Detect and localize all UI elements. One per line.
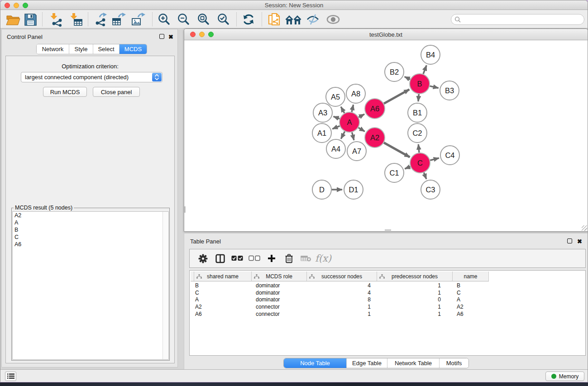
resize-grip[interactable] — [582, 225, 587, 231]
cell-predecessor[interactable]: 1 — [377, 282, 453, 289]
column-header-predecessor-nodes[interactable]: predecessor nodes — [377, 272, 453, 281]
save-session-button[interactable] — [22, 12, 38, 27]
tab-network[interactable]: Network — [37, 44, 69, 54]
network-canvas[interactable]: AA1A2A3A4A5A6A7A8BB1B2B3B4CC1C2C3C4DD1 — [184, 41, 588, 231]
tab-select[interactable]: Select — [93, 44, 120, 54]
mcds-result-item[interactable]: A2 — [13, 212, 168, 219]
close-panel-button[interactable]: Close panel — [93, 87, 140, 97]
table-row[interactable]: Bdominator41B — [191, 282, 489, 289]
deselect-all-button[interactable] — [246, 249, 263, 267]
column-header-shared-name[interactable]: shared name — [194, 272, 252, 281]
graph-edge-B-B2[interactable] — [405, 77, 410, 80]
vertical-scroll-indicator[interactable] — [184, 206, 186, 213]
zoom-selected-button[interactable] — [215, 12, 231, 27]
graph-edge-A-A4[interactable] — [341, 132, 344, 139]
open-session-button[interactable] — [5, 12, 21, 27]
cell-successor[interactable]: 4 — [307, 290, 377, 296]
column-header-successor-nodes[interactable]: successor nodes — [307, 272, 377, 281]
cell-predecessor[interactable]: 1 — [377, 304, 453, 310]
import-table-button[interactable] — [67, 12, 84, 27]
float-panel-icon[interactable] — [567, 238, 572, 243]
close-panel-icon[interactable]: ✖ — [577, 239, 582, 244]
home-button[interactable] — [285, 12, 301, 27]
graph-edge-A-A8[interactable] — [352, 105, 354, 112]
horizontal-scroll-indicator[interactable] — [385, 229, 391, 231]
run-mcds-button[interactable]: Run MCDS — [43, 87, 87, 97]
cell-name[interactable]: A — [453, 296, 489, 303]
show-all-button[interactable] — [325, 12, 341, 27]
zoom-in-button[interactable] — [156, 12, 172, 27]
cell-shared-name[interactable]: A2 — [191, 304, 252, 310]
cell-successor[interactable]: 1 — [307, 304, 377, 310]
cell-mcds-role[interactable]: dominator — [252, 290, 307, 296]
add-column-button[interactable] — [263, 249, 280, 267]
export-image-button[interactable] — [130, 12, 146, 27]
tab-mcds[interactable]: MCDS — [120, 44, 147, 54]
mcds-result-item[interactable]: A6 — [13, 241, 168, 248]
import-network-button[interactable] — [48, 12, 64, 27]
graph-edge-A-A6[interactable] — [359, 114, 364, 117]
cell-shared-name[interactable]: A — [191, 296, 252, 303]
cell-mcds-role[interactable]: dominator — [252, 282, 307, 289]
cell-mcds-role[interactable]: dominator — [252, 296, 307, 303]
hide-selected-button[interactable] — [305, 12, 321, 27]
graph-edge-B-B3[interactable] — [430, 86, 438, 88]
cell-shared-name[interactable]: C — [191, 290, 252, 296]
cell-predecessor[interactable]: 1 — [377, 290, 453, 296]
refresh-button[interactable] — [240, 12, 257, 27]
cell-mcds-role[interactable]: connector — [252, 304, 307, 310]
cell-successor[interactable]: 4 — [307, 282, 377, 289]
graph-edge-C-C2[interactable] — [418, 144, 419, 152]
optimization-criterion-select[interactable]: largest connected component (directed) — [21, 72, 163, 82]
graph-edge-C-C3[interactable] — [424, 172, 426, 179]
show-columns-button[interactable] — [211, 249, 229, 267]
table-settings-button[interactable] — [194, 249, 211, 267]
graph-edge-A-A5[interactable] — [341, 107, 344, 113]
export-table-button[interactable] — [110, 12, 127, 27]
graph-edge-C-C4[interactable] — [430, 158, 439, 160]
tab-style[interactable]: Style — [69, 44, 93, 54]
graph-edge-A-A1[interactable] — [332, 126, 339, 129]
table-row[interactable]: A6connector11A6 — [191, 310, 489, 318]
delete-column-button[interactable] — [280, 249, 297, 267]
cell-predecessor[interactable]: 0 — [377, 296, 453, 303]
mcds-result-item[interactable]: B — [13, 226, 168, 234]
tab-node-table[interactable]: Node Table — [284, 358, 347, 368]
graph-edge-B-B4[interactable] — [423, 65, 426, 74]
table-row[interactable]: Adominator80A — [191, 296, 489, 303]
table-row[interactable]: Cdominator41C — [191, 289, 489, 296]
column-header-mcds-role[interactable]: MCDS role — [252, 272, 307, 281]
cell-name[interactable]: A6 — [453, 311, 489, 317]
cell-name[interactable]: B — [453, 282, 489, 289]
graph-edge-A2-C[interactable] — [384, 143, 410, 157]
graph-edge-A-A3[interactable] — [334, 116, 340, 119]
scrollbar[interactable] — [163, 212, 168, 359]
tab-edge-table[interactable]: Edge Table — [347, 358, 387, 368]
mcds-result-list[interactable]: A2ABCA6 — [12, 211, 169, 360]
task-history-button[interactable] — [5, 372, 16, 381]
cell-name[interactable]: A2 — [453, 304, 489, 310]
cell-predecessor[interactable]: 1 — [377, 311, 453, 317]
copy-network-button[interactable] — [266, 12, 282, 27]
delete-table-button[interactable] — [297, 249, 315, 267]
tab-network-table[interactable]: Network Table — [387, 358, 440, 368]
cell-successor[interactable]: 8 — [307, 296, 377, 303]
zoom-fit-button[interactable] — [195, 12, 211, 27]
graph-edge-C-C1[interactable] — [405, 167, 410, 169]
graph-edge-A-A2[interactable] — [359, 128, 365, 132]
mcds-result-item[interactable]: A — [13, 219, 168, 226]
cell-successor[interactable]: 1 — [307, 311, 377, 317]
cell-mcds-role[interactable]: connector — [252, 311, 307, 317]
select-all-button[interactable] — [229, 249, 246, 267]
search-input[interactable] — [451, 14, 584, 25]
table-row[interactable]: A2connector11A2 — [191, 303, 489, 310]
column-header-name[interactable]: name — [453, 272, 489, 281]
float-panel-icon[interactable] — [159, 34, 164, 39]
close-panel-icon[interactable]: ✖ — [168, 34, 173, 39]
export-network-button[interactable] — [91, 12, 108, 27]
cell-name[interactable]: C — [453, 290, 489, 296]
graph-edge-A-A7[interactable] — [352, 132, 354, 140]
graph-edge-B-B1[interactable] — [418, 94, 419, 101]
tab-motifs[interactable]: Motifs — [440, 358, 468, 368]
cell-shared-name[interactable]: A6 — [191, 311, 252, 317]
